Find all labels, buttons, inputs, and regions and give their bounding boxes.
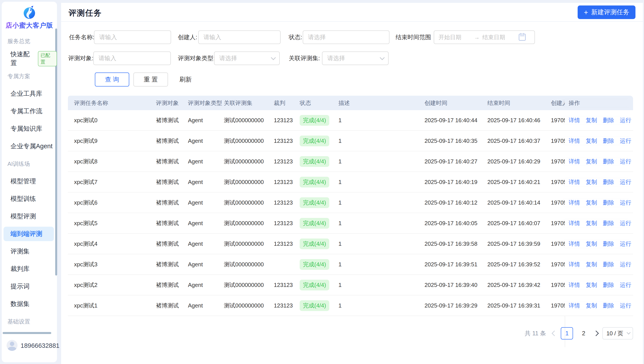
delete-link[interactable]: 删除: [603, 220, 614, 227]
sidebar-item-judge-library[interactable]: 裁判库: [2, 260, 57, 278]
detail-link[interactable]: 详情: [569, 261, 580, 268]
next-page-icon[interactable]: [594, 330, 599, 336]
copy-link[interactable]: 复制: [586, 199, 597, 206]
sidebar-item-knowledge-base[interactable]: 专属知识库: [2, 120, 57, 138]
copy-link[interactable]: 复制: [586, 137, 597, 145]
detail-link[interactable]: 详情: [569, 220, 580, 227]
sidebar-item-workflow[interactable]: 专属工作流: [2, 102, 57, 120]
copy-link[interactable]: 复制: [586, 220, 597, 227]
logo: 店小蜜大客户版: [2, 5, 57, 30]
description: 1: [338, 282, 424, 288]
new-task-button[interactable]: + 新建评测任务: [578, 6, 636, 19]
end-date-input[interactable]: [482, 34, 515, 41]
copy-link[interactable]: 复制: [586, 158, 597, 165]
sidebar-item-datasets[interactable]: 数据集: [2, 295, 57, 313]
run-link[interactable]: 运行: [620, 178, 631, 186]
detail-link[interactable]: 详情: [569, 178, 580, 186]
judge: 123123: [274, 158, 300, 165]
created-time: 2025-09-17 16:40:05: [424, 220, 488, 227]
task-name-input[interactable]: [94, 30, 171, 44]
delete-link[interactable]: 删除: [603, 137, 614, 145]
end-time: 2025-09-17 16:39:42: [488, 282, 551, 288]
column-header: 描述: [338, 99, 424, 107]
page-2-button[interactable]: 2: [578, 327, 590, 340]
eval-target-type: Agent: [188, 158, 224, 165]
run-link[interactable]: 运行: [620, 116, 631, 124]
delete-link[interactable]: 删除: [603, 302, 614, 310]
detail-link[interactable]: 详情: [569, 116, 580, 124]
linked-dataset: 测试000000000: [224, 240, 274, 248]
end-time-range-picker[interactable]: →: [434, 30, 535, 44]
search-button[interactable]: 查 询: [95, 72, 129, 86]
eval-target: 褚博测试: [156, 302, 188, 310]
start-date-input[interactable]: [438, 34, 472, 41]
eval-target: 褚博测试: [156, 261, 188, 268]
run-link[interactable]: 运行: [620, 302, 631, 310]
detail-link[interactable]: 详情: [569, 281, 580, 289]
detail-link[interactable]: 详情: [569, 240, 580, 248]
copy-link[interactable]: 复制: [586, 240, 597, 248]
task-name: xpc测试6: [68, 199, 156, 206]
sidebar-horizontal-scrollbar[interactable]: [3, 332, 51, 334]
chevron-down-icon: [627, 330, 631, 334]
copy-link[interactable]: 复制: [586, 302, 597, 310]
table-row: xpc测试4 褚博测试 Agent 测试000000000 123123 完成(…: [68, 234, 633, 254]
delete-link[interactable]: 删除: [603, 281, 614, 289]
detail-link[interactable]: 详情: [569, 302, 580, 310]
eval-target: 褚博测试: [156, 199, 188, 206]
eval-target-input[interactable]: [93, 52, 171, 65]
sidebar-item-tool-library[interactable]: 企业工具库: [2, 85, 57, 102]
description: 1: [338, 138, 424, 144]
created-time: 2025-09-17 16:40:35: [424, 138, 488, 144]
delete-link[interactable]: 删除: [603, 178, 614, 186]
linked-dataset-select[interactable]: 请选择: [322, 52, 388, 65]
delete-link[interactable]: 删除: [603, 240, 614, 248]
run-link[interactable]: 运行: [620, 281, 631, 289]
delete-link[interactable]: 删除: [603, 158, 614, 165]
nav-section-service-overview: 服务总览: [2, 32, 57, 50]
sidebar-item-end-to-end-evaluation[interactable]: 端到端评测: [2, 225, 57, 243]
copy-link[interactable]: 复制: [586, 116, 597, 124]
creator: 19705: [551, 240, 565, 247]
eval-target-type-select[interactable]: 请选择: [214, 52, 280, 65]
delete-link[interactable]: 删除: [603, 116, 614, 124]
copy-link[interactable]: 复制: [586, 261, 597, 268]
judge: 123123: [274, 179, 300, 186]
run-link[interactable]: 运行: [620, 158, 631, 165]
sidebar-item-enterprise-agent[interactable]: 企业专属Agent: [2, 138, 57, 155]
judge: 123123: [274, 302, 300, 309]
run-link[interactable]: 运行: [620, 261, 631, 268]
eval-target-type: Agent: [188, 117, 224, 124]
run-link[interactable]: 运行: [620, 137, 631, 145]
page-1-button[interactable]: 1: [561, 327, 573, 340]
sidebar-item-model-management[interactable]: 模型管理: [2, 172, 57, 190]
creator: 19705: [551, 117, 565, 124]
created-time: 2025-09-17 16:39:58: [424, 240, 488, 247]
sidebar-item-model-evaluation[interactable]: 模型评测: [2, 208, 57, 225]
run-link[interactable]: 运行: [620, 199, 631, 206]
page-size-select[interactable]: 10 / 页: [602, 327, 633, 340]
delete-link[interactable]: 删除: [603, 261, 614, 268]
detail-link[interactable]: 详情: [569, 158, 580, 165]
eval-target-type: Agent: [188, 220, 224, 227]
sidebar-item-evaluation-sets[interactable]: 评测集: [2, 243, 57, 260]
copy-link[interactable]: 复制: [586, 178, 597, 186]
sidebar-item-quick-config[interactable]: 快速配置 已配置: [2, 50, 57, 68]
prev-page-icon[interactable]: [552, 330, 557, 336]
calendar-icon: [519, 34, 526, 41]
run-link[interactable]: 运行: [620, 240, 631, 248]
sidebar-item-personal-info[interactable]: 个人信息: [2, 330, 57, 332]
reset-button[interactable]: 重 置: [134, 72, 168, 86]
eval-target: 褚博测试: [156, 116, 188, 124]
detail-link[interactable]: 详情: [569, 137, 580, 145]
sidebar-item-prompts[interactable]: 提示词: [2, 278, 57, 295]
copy-link[interactable]: 复制: [586, 281, 597, 289]
sidebar-item-model-training[interactable]: 模型训练: [2, 190, 57, 208]
run-link[interactable]: 运行: [620, 220, 631, 227]
eval-target-type: Agent: [188, 240, 224, 247]
refresh-button[interactable]: 刷新: [180, 72, 192, 86]
creator-input[interactable]: [198, 30, 280, 44]
detail-link[interactable]: 详情: [569, 199, 580, 206]
delete-link[interactable]: 删除: [603, 199, 614, 206]
status-select[interactable]: 请选择: [303, 30, 390, 44]
